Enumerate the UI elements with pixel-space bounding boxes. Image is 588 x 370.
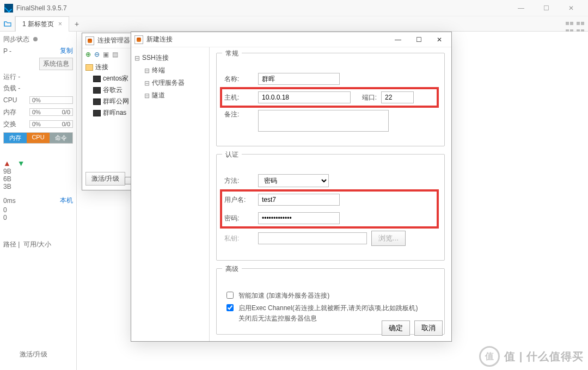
tree-proxy[interactable]: ⊟代理服务器	[144, 77, 206, 89]
java-icon	[134, 35, 143, 44]
auth-highlight: 用户名: 密码:	[222, 192, 437, 226]
local-link[interactable]: 本机	[60, 196, 73, 205]
host-label: 主机:	[224, 93, 254, 102]
watermark: 值 值 | 什么值得买	[479, 346, 584, 367]
modal-title: 新建连接	[146, 35, 173, 44]
dialog-maximize-button[interactable]: ☐	[410, 36, 427, 44]
stat-9b: 9B	[3, 168, 73, 175]
maximize-button[interactable]: ☐	[534, 0, 559, 16]
tree-terminal[interactable]: ⊟终端	[144, 64, 206, 77]
avail-label: 可用/大小	[23, 240, 51, 248]
name-input[interactable]	[258, 73, 340, 85]
titlebar: FinalShell 3.9.5.7 — ☐ ✕	[0, 0, 588, 16]
z0a: 0	[3, 206, 73, 214]
terminal-icon	[93, 87, 101, 94]
mem-pct: 0%	[32, 109, 41, 115]
new-connection-dialog: 新建连接 — ☐ ✕ ⊟SSH连接 ⊟终端 ⊟代理服务器 ⊟隧道 常规 名称:	[131, 32, 452, 342]
app-logo-icon	[4, 4, 13, 13]
sysinfo-button[interactable]: 系统信息	[39, 58, 73, 70]
swap-used: 0/0	[62, 121, 70, 127]
pass-input[interactable]	[258, 212, 340, 224]
copy-link[interactable]: 复制	[60, 46, 73, 55]
terminal-icon	[93, 76, 101, 82]
path-label: 路径	[3, 240, 16, 248]
user-input[interactable]	[258, 194, 340, 206]
load-label: 负载 -	[3, 84, 20, 93]
fieldset-general: 常规 名称: 主机: 端口: 备注:	[216, 53, 445, 146]
legend-general: 常规	[222, 49, 242, 58]
metric-tabs[interactable]: 内存 CPU 命令	[3, 132, 73, 144]
terminal-icon	[93, 110, 101, 116]
open-folder-icon[interactable]	[0, 16, 15, 32]
remark-label: 备注:	[224, 110, 254, 119]
ms-label: 0ms	[3, 197, 16, 205]
accel-checkbox[interactable]	[226, 292, 234, 299]
tab-main-label: 1 新标签页	[22, 20, 54, 29]
status-sidebar: 同步状态 P - 复制 系统信息 运行 - 负载 - CPU 0% 内存 0%0…	[0, 32, 76, 370]
legend-advanced: 高级	[222, 264, 242, 274]
watermark-text: 值 | 什么值得买	[504, 349, 584, 364]
swap-pct: 0%	[32, 121, 41, 127]
tab-cmd[interactable]: 命令	[50, 133, 72, 143]
key-input	[258, 232, 367, 244]
tree-ssh[interactable]: ⊟SSH连接	[134, 52, 206, 64]
collapse-icon: ▤	[112, 51, 118, 58]
dialog-minimize-button[interactable]: —	[389, 36, 407, 44]
tab-cpu[interactable]: CPU	[27, 133, 50, 143]
host-input[interactable]	[258, 91, 351, 103]
key-label: 私钥:	[224, 234, 254, 243]
exec-checkbox[interactable]	[226, 304, 234, 311]
pass-label: 密码:	[224, 214, 254, 223]
remark-input[interactable]	[258, 110, 389, 132]
close-button[interactable]: ✕	[559, 0, 584, 16]
connmgr-title: 连接管理器	[97, 36, 130, 45]
mem-used: 0/0	[62, 109, 70, 115]
cancel-button[interactable]: 取消	[414, 320, 443, 336]
ok-button[interactable]: 确定	[382, 320, 410, 336]
tree-item[interactable]: 谷歌云	[93, 84, 134, 96]
stat-3b: 3B	[3, 183, 73, 190]
tabstrip: 1 新标签页 × +	[0, 16, 588, 32]
tab-mem[interactable]: 内存	[4, 133, 27, 143]
tab-close-icon[interactable]: ×	[58, 20, 62, 28]
java-icon	[85, 36, 94, 45]
stat-6b: 6B	[3, 175, 73, 183]
tree-tunnel[interactable]: ⊟隧道	[144, 89, 206, 102]
sync-dot-icon	[33, 37, 38, 41]
minimize-button[interactable]: —	[509, 0, 534, 16]
expand-icon: ▣	[103, 51, 109, 58]
cpu-label: CPU	[3, 96, 17, 104]
dialog-close-button[interactable]: ✕	[431, 36, 448, 44]
app-title: FinalShell 3.9.5.7	[16, 4, 67, 12]
accel-row[interactable]: 智能加速 (加速海外服务器连接)	[224, 291, 437, 301]
port-input[interactable]	[381, 91, 414, 103]
connmgr-toolbar[interactable]: ⊕ ⊖ ▣ ▤	[85, 51, 134, 58]
legend-auth: 认证	[222, 150, 242, 159]
method-select[interactable]: 密码	[258, 174, 329, 187]
connmgr-activate-button[interactable]: 激活/升级	[85, 172, 125, 186]
tree-item[interactable]: 群晖nas	[93, 107, 134, 119]
modal-side-tree: ⊟SSH连接 ⊟终端 ⊟代理服务器 ⊟隧道	[131, 47, 210, 341]
net-arrows: ▲▼	[3, 159, 73, 168]
folder-icon	[85, 64, 93, 71]
port-label: 端口:	[355, 93, 377, 102]
tree-item[interactable]: centos家	[93, 73, 134, 84]
activate-link[interactable]: 激活/升级	[20, 350, 47, 359]
mem-label: 内存	[3, 108, 16, 117]
add-icon: ⊕	[85, 51, 91, 58]
conn-manager-window[interactable]: 连接管理器 ⊕ ⊖ ▣ ▤ 连接 centos家 谷歌云 群晖公网 群晖nas …	[82, 33, 138, 190]
accel-label: 智能加速 (加速海外服务器连接)	[238, 291, 329, 301]
p-label: P -	[3, 47, 11, 55]
remove-icon: ⊖	[94, 51, 100, 58]
method-label: 方法:	[224, 176, 254, 186]
user-label: 用户名:	[224, 195, 254, 205]
host-highlight: 主机: 端口:	[222, 89, 437, 106]
up-arrow-icon: ▲	[3, 159, 11, 168]
tree-root[interactable]: 连接	[85, 61, 134, 73]
run-label: 运行 -	[3, 72, 20, 82]
conn-tree: 连接 centos家 谷歌云 群晖公网 群晖nas	[85, 61, 134, 119]
view-mode-icons[interactable]	[565, 20, 585, 28]
tab-main[interactable]: 1 新标签页 ×	[15, 16, 69, 32]
tab-add-button[interactable]: +	[69, 20, 84, 28]
tree-item[interactable]: 群晖公网	[93, 96, 134, 107]
